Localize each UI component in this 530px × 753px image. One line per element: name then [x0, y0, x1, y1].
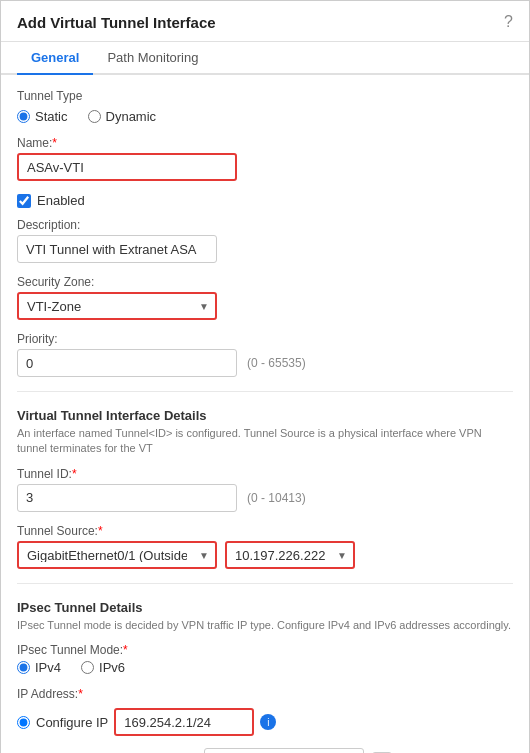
tunnel-source-row: GigabitEthernet0/1 (Outside) ▼ 10.197.22…	[17, 541, 513, 569]
ipsec-mode-ipv6-label: IPv6	[99, 660, 125, 675]
tunnel-id-input[interactable]	[17, 484, 237, 512]
tunnel-type-dynamic-radio[interactable]	[88, 110, 101, 123]
priority-hint: (0 - 65535)	[247, 356, 306, 370]
security-zone-select[interactable]: VTI-Zone	[17, 292, 217, 320]
borrow-ip-option: Borrow IP (IP unnumbered) Loopback1 (loo…	[17, 748, 513, 753]
ipsec-mode-ipv6-option[interactable]: IPv6	[81, 660, 125, 675]
description-label: Description:	[17, 218, 513, 232]
tunnel-type-static-radio[interactable]	[17, 110, 30, 123]
enabled-checkbox[interactable]	[17, 194, 31, 208]
vti-section-title: Virtual Tunnel Interface Details	[17, 408, 513, 423]
ip-address-label: IP Address:*	[17, 687, 513, 701]
tunnel-source-label: Tunnel Source:*	[17, 524, 513, 538]
configure-ip-label: Configure IP	[36, 715, 108, 730]
tunnel-id-label: Tunnel ID:*	[17, 467, 513, 481]
dialog-header: Add Virtual Tunnel Interface ?	[1, 1, 529, 42]
ipsec-section-desc: IPsec Tunnel mode is decided by VPN traf…	[17, 618, 513, 633]
tunnel-id-hint: (0 - 10413)	[247, 491, 306, 505]
tunnel-type-dynamic-option[interactable]: Dynamic	[88, 109, 157, 124]
tab-general[interactable]: General	[17, 42, 93, 75]
vti-section: Virtual Tunnel Interface Details An inte…	[17, 408, 513, 457]
priority-group: Priority: (0 - 65535)	[17, 332, 513, 377]
name-input[interactable]	[17, 153, 237, 181]
security-zone-group: Security Zone: VTI-Zone ▼	[17, 275, 513, 320]
configure-ip-radio[interactable]	[17, 716, 30, 729]
tab-path-monitoring[interactable]: Path Monitoring	[93, 42, 212, 75]
tunnel-source-ip-select[interactable]: 10.197.226.222	[225, 541, 355, 569]
configure-ip-option: Configure IP i	[17, 704, 513, 740]
tunnel-source-interface-wrapper: GigabitEthernet0/1 (Outside) ▼	[17, 541, 217, 569]
ipsec-tunnel-mode-label: IPsec Tunnel Mode:*	[17, 643, 513, 657]
tunnel-id-group: Tunnel ID:* (0 - 10413)	[17, 467, 513, 512]
ipsec-section-title: IPsec Tunnel Details	[17, 600, 513, 615]
ipsec-mode-ipv4-radio[interactable]	[17, 661, 30, 674]
ipsec-tunnel-mode-row: IPv4 IPv6	[17, 660, 513, 675]
tunnel-type-label: Tunnel Type	[17, 89, 513, 103]
divider-2	[17, 583, 513, 584]
ipsec-section: IPsec Tunnel Details IPsec Tunnel mode i…	[17, 600, 513, 633]
configure-ip-info-icon[interactable]: i	[260, 714, 276, 730]
ip-address-group: IP Address:* Configure IP i Borrow IP (I…	[17, 687, 513, 753]
vti-section-desc: An interface named Tunnel<ID> is configu…	[17, 426, 513, 457]
tunnel-type-static-option[interactable]: Static	[17, 109, 68, 124]
add-virtual-tunnel-dialog: Add Virtual Tunnel Interface ? General P…	[0, 0, 530, 753]
enabled-group: Enabled	[17, 193, 513, 208]
priority-label: Priority:	[17, 332, 513, 346]
ipsec-mode-ipv4-label: IPv4	[35, 660, 61, 675]
tunnel-type-dynamic-label: Dynamic	[106, 109, 157, 124]
borrow-ip-select[interactable]: Loopback1 (loopback)	[204, 748, 364, 753]
ipsec-tunnel-mode-group: IPsec Tunnel Mode:* IPv4 IPv6	[17, 643, 513, 675]
tunnel-type-static-label: Static	[35, 109, 68, 124]
tunnel-source-group: Tunnel Source:* GigabitEthernet0/1 (Outs…	[17, 524, 513, 569]
security-zone-select-wrapper: VTI-Zone ▼	[17, 292, 217, 320]
borrow-ip-select-wrapper: Loopback1 (loopback) ▼	[204, 748, 364, 753]
tabs-bar: General Path Monitoring	[1, 42, 529, 75]
configure-ip-input-group	[114, 708, 254, 736]
divider-1	[17, 391, 513, 392]
enabled-label: Enabled	[37, 193, 85, 208]
name-label: Name:*	[17, 136, 513, 150]
description-group: Description:	[17, 218, 513, 263]
form-content: Tunnel Type Static Dynamic Name:*	[1, 75, 529, 753]
tunnel-source-interface-select[interactable]: GigabitEthernet0/1 (Outside)	[17, 541, 217, 569]
help-icon[interactable]: ?	[504, 13, 513, 31]
description-input[interactable]	[17, 235, 217, 263]
security-zone-label: Security Zone:	[17, 275, 513, 289]
ipsec-mode-ipv4-option[interactable]: IPv4	[17, 660, 61, 675]
ipsec-mode-ipv6-radio[interactable]	[81, 661, 94, 674]
configure-ip-input[interactable]	[124, 715, 244, 730]
name-group: Name:*	[17, 136, 513, 181]
dialog-title: Add Virtual Tunnel Interface	[17, 14, 216, 31]
tunnel-type-radio-group: Static Dynamic	[17, 109, 513, 124]
tunnel-source-ip-wrapper: 10.197.226.222 ▼	[225, 541, 355, 569]
tunnel-type-group: Tunnel Type Static Dynamic	[17, 89, 513, 124]
priority-input[interactable]	[17, 349, 237, 377]
